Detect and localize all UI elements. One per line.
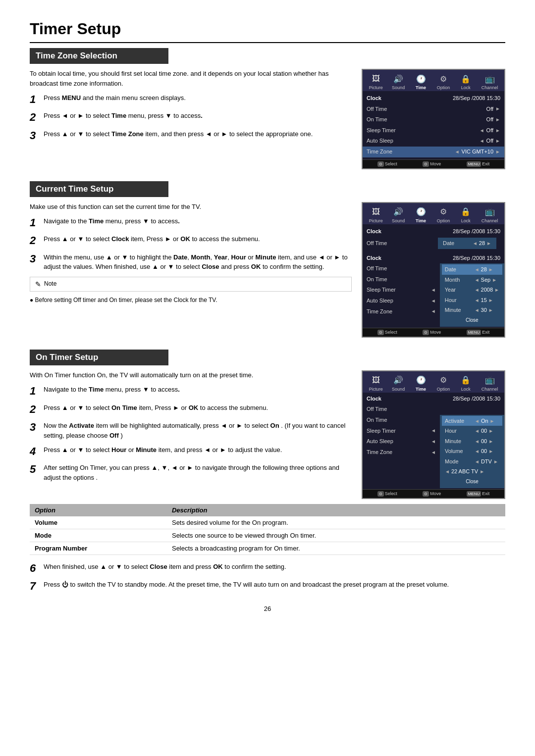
step-text-tz-3: Press ▲ or ▼ to select Time Zone item, a…	[44, 129, 352, 139]
tv2-icon-sound: 🔊 Sound	[391, 206, 405, 223]
step-num-6: 6	[30, 562, 44, 575]
step-ct-1: 1 Navigate to the Time menu, press ▼ to …	[30, 216, 352, 229]
tv-menu-2-rows: Clock 28/Sep /2008 15:30 Off Time Date ◄…	[363, 224, 504, 252]
time-icon-2: 🕐	[414, 206, 428, 218]
tv-menu-2-icons: 🖼 Picture 🔊 Sound 🕐 Time ⚙ Option 🔒	[363, 203, 504, 224]
tv-row-ontime: On Time Off ►	[363, 114, 504, 125]
option-label-program: Program Number	[30, 542, 167, 554]
tv3-icon-picture: 🖼 Picture	[369, 374, 383, 392]
tv-row-timezone: Time Zone ◄ VIC GMT+10 ►	[363, 147, 504, 157]
sub3-hour: Hour ◄ 00 ►	[442, 426, 502, 436]
tv3-menu-body: Clock 28/Sep /2008 15:30 Off Time On Tim…	[363, 393, 504, 489]
sub3-activate: Activate ◄ On ►	[442, 416, 502, 426]
step-tz-1: 1 Press MENU and the main menu screen di…	[30, 93, 352, 106]
step-text-ot-4: Press ▲ or ▼ to select Hour or Minute it…	[44, 445, 352, 455]
step-6: 6 When finished, use ▲ or ▼ to select Cl…	[30, 562, 505, 575]
sound-icon: 🔊	[391, 73, 405, 85]
tv3-clock-row: Clock 28/Sep /2008 15:30	[363, 394, 504, 404]
note-text: Note	[44, 280, 56, 287]
option-table: Option Description Volume Sets desired v…	[30, 504, 505, 555]
channel-label: Channel	[482, 85, 498, 90]
step-num-ot-4: 4	[30, 445, 44, 458]
option-desc-mode: Selects one source to be viewed through …	[167, 529, 505, 542]
tv-icon-option: ⚙ Option	[436, 73, 450, 90]
tv-row-autosleep: Auto Sleep ◄ Off ►	[363, 136, 504, 147]
tv3-icon-channel: 📺 Channel	[482, 374, 498, 392]
step-num-tz-1: 1	[30, 93, 44, 106]
step-text-ot-5: After setting On Timer, you can press ▲,…	[44, 463, 352, 482]
step-num-ot-5: 5	[30, 463, 44, 476]
tv-menu-3: 🖼 Picture 🔊 Sound 🕐 Time ⚙ Option 🔒	[362, 370, 505, 499]
footer2-move: ⊙ Move	[423, 330, 441, 335]
tv2-icon-option: ⚙ Option	[436, 206, 450, 223]
step-num-ot-3: 3	[30, 421, 44, 434]
page-number: 26	[30, 605, 505, 612]
tv2-icon-picture: 🖼 Picture	[369, 206, 383, 223]
lock-icon: 🔒	[459, 73, 473, 85]
note-content: ● Before setting Off timer and On timer,…	[30, 297, 352, 303]
section-header-time-zone: Time Zone Selection	[30, 48, 168, 64]
option-desc-program: Selects a broadcasting program for On ti…	[167, 542, 505, 554]
option-label-volume: Volume	[30, 516, 167, 529]
tv3-icon-option: ⚙ Option	[436, 374, 450, 392]
tv-menu-3-footer: ⊙ Select ⊙ Move MENU Exit	[363, 489, 504, 498]
on-timer-intro: With On Timer function On, the TV will a…	[30, 370, 352, 380]
tv2-layout-row: Off Time On Time Sleep Timer◄ Auto Sleep…	[363, 263, 504, 327]
sub2-year: Year ◄ 2008 ►	[442, 285, 502, 295]
channel-icon: 📺	[483, 73, 497, 85]
step-text-ct-2: Press ▲ or ▼ to select Clock item, Press…	[44, 234, 352, 244]
sub3-volume: Volume ◄ 00 ►	[442, 446, 502, 456]
step-ot-5: 5 After setting On Timer, you can press …	[30, 463, 352, 482]
option-row-program: Program Number Selects a broadcasting pr…	[30, 542, 505, 554]
step-ct-3: 3 Within the menu, use ▲ or ▼ to highlig…	[30, 252, 352, 272]
option-icon-2: ⚙	[436, 206, 450, 218]
section-on-timer: On Timer Setup With On Timer function On…	[30, 350, 505, 593]
tv3-icon-time: 🕐 Time	[414, 374, 428, 392]
step-text-ot-2: Press ▲ or ▼ to select On Time item, Pre…	[44, 403, 352, 413]
option-row-mode: Mode Selects one source to be viewed thr…	[30, 529, 505, 542]
current-time-steps: 1 Navigate to the Time menu, press ▼ to …	[30, 216, 352, 272]
footer2-exit: MENU Exit	[467, 330, 490, 335]
step-text-tz-2: Press ◄ or ► to select Time menu, press …	[44, 111, 352, 121]
sound-icon-2: 🔊	[391, 206, 405, 218]
section-time-zone: Time Zone Selection To obtain local time…	[30, 48, 505, 169]
picture-icon-2: 🖼	[369, 206, 383, 218]
tv-menu-2: 🖼 Picture 🔊 Sound 🕐 Time ⚙ Option 🔒	[362, 202, 505, 338]
step-num-tz-3: 3	[30, 129, 44, 142]
tv-menu-1: 🖼 Picture 🔊 Sound 🕐 Time ⚙ Option 🔒	[362, 69, 505, 169]
close-btn-2: Close	[446, 316, 498, 324]
footer-move: ⊙ Move	[423, 161, 441, 167]
option-label: Option	[437, 85, 450, 90]
option-desc-volume: Sets desired volume for the On program.	[167, 516, 505, 529]
on-timer-steps: 1 Navigate to the Time menu, press ▼ to …	[30, 385, 352, 482]
tv3-icon-sound: 🔊 Sound	[391, 374, 405, 392]
step-text-ct-1: Navigate to the Time menu, press ▼ to ac…	[44, 216, 352, 226]
footer3-move: ⊙ Move	[423, 491, 441, 497]
time-zone-steps: 1 Press MENU and the main menu screen di…	[30, 93, 352, 142]
option-icon: ⚙	[436, 73, 450, 85]
lock-icon-2: 🔒	[459, 206, 473, 218]
footer3-select: ⊙ Select	[377, 491, 397, 497]
tv-icon-lock: 🔒 Lock	[459, 73, 473, 90]
step-ot-1: 1 Navigate to the Time menu, press ▼ to …	[30, 385, 352, 398]
step-ot-4: 4 Press ▲ or ▼ to select Hour or Minute …	[30, 445, 352, 458]
sub2-hour: Hour ◄ 15 ►	[442, 295, 502, 305]
footer2-select: ⊙ Select	[377, 330, 397, 335]
step-tz-3: 3 Press ▲ or ▼ to select Time Zone item,…	[30, 129, 352, 142]
tv-icon-sound: 🔊 Sound	[391, 73, 405, 90]
sub3-minute: Minute ◄ 00 ►	[442, 436, 502, 447]
tv2-left-col: Off Time On Time Sleep Timer◄ Auto Sleep…	[363, 263, 440, 327]
option-table-header-option: Option	[30, 504, 167, 516]
tv-row-offtime: Off Time Off ►	[363, 104, 504, 115]
section-current-time: Current Time Setup Make use of this func…	[30, 181, 505, 338]
lock-label: Lock	[461, 85, 471, 90]
tv-icon-channel: 📺 Channel	[482, 73, 498, 90]
step-num-ot-2: 2	[30, 403, 44, 416]
step-7: 7 Press ⏻ to switch the TV to standby mo…	[30, 580, 505, 593]
step-text-6: When finished, use ▲ or ▼ to select Clos…	[44, 562, 505, 572]
sub2-date: Date ◄ 28 ►	[442, 264, 502, 275]
tv2-submenu: Date ◄ 28 ► Month ◄ Sep ► Year ◄ 2008 ►	[440, 263, 504, 327]
option-table-header-description: Description	[167, 504, 505, 516]
picture-label: Picture	[369, 85, 383, 90]
tv2-menu-body: Clock 28/Sep /2008 15:30 Off Time On Tim…	[363, 252, 504, 328]
